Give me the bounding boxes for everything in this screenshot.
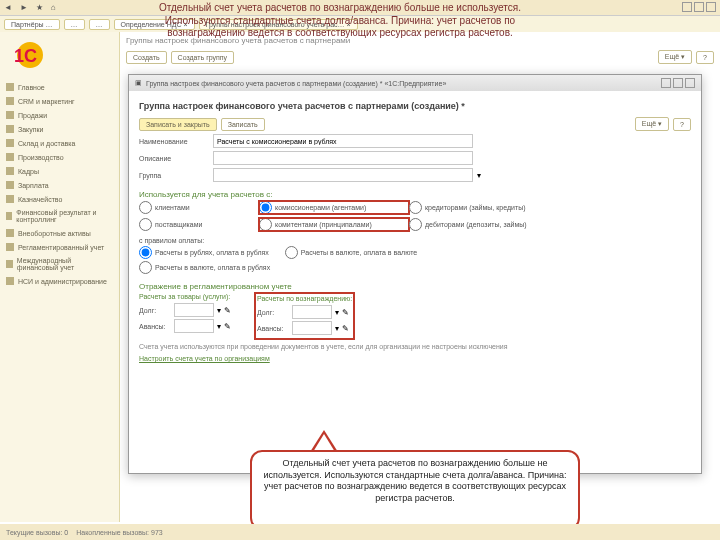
name-input[interactable]	[213, 134, 473, 148]
label-group: Группа	[139, 172, 209, 179]
fee-advance-input[interactable]	[292, 321, 332, 335]
label-desc: Описание	[139, 155, 209, 162]
opt-creditors[interactable]: кредиторами (займы, кредиты)	[409, 201, 569, 214]
star-icon[interactable]: ★	[36, 3, 43, 12]
dialog-title-text: Группа настроек финансового учета расчет…	[146, 80, 446, 87]
opt-commission[interactable]: комиссионерами (агентами)	[259, 201, 409, 214]
history-fwd-icon[interactable]: ►	[20, 3, 28, 12]
picker-icon[interactable]: ▾	[217, 306, 221, 315]
nav-crm[interactable]: CRM и маркетинг	[0, 94, 119, 108]
pay-rub-rub[interactable]: Расчеты в рублях, оплата в рублях	[139, 246, 269, 259]
picker-icon[interactable]: ▾	[335, 324, 339, 333]
nav-purchases[interactable]: Закупки	[0, 122, 119, 136]
tab-partners[interactable]: Партнёры …	[4, 19, 60, 30]
nav-sales[interactable]: Продажи	[0, 108, 119, 122]
slide-title-overlay: Отдельный счет учета расчетов по вознагр…	[130, 2, 550, 40]
dialog-window-controls[interactable]	[659, 78, 695, 89]
fee-debt-input[interactable]	[292, 305, 332, 319]
logo-1c: 1С	[6, 38, 51, 72]
accounts-fee-col: Расчеты по вознаграждению: Долг:▾✎ Аванс…	[255, 293, 354, 339]
nav-regulated[interactable]: Регламентированный учет	[0, 240, 119, 254]
col-fee-header: Расчеты по вознаграждению:	[257, 295, 352, 302]
opt-suppliers[interactable]: поставщиками	[139, 218, 259, 231]
status-bar: Текущие вызовы: 0 Накопленные вызовы: 97…	[0, 524, 720, 540]
edit-dialog: ▣ Группа настроек финансового учета расч…	[128, 74, 702, 474]
picker-icon[interactable]: ▾	[217, 322, 221, 331]
goods-advance-input[interactable]	[174, 319, 214, 333]
nav-main[interactable]: Главное	[0, 80, 119, 94]
nav-hr[interactable]: Кадры	[0, 164, 119, 178]
nav-finresult[interactable]: Финансовый результат и контроллинг	[0, 206, 119, 226]
open-icon[interactable]: ✎	[342, 324, 349, 333]
section-used-for: Используется для учета расчетов с:	[139, 190, 691, 199]
nav-ifrs[interactable]: Международный финансовый учет	[0, 254, 119, 274]
tab-2[interactable]: …	[64, 19, 85, 30]
picker-icon[interactable]: ▾	[335, 308, 339, 317]
opt-principals[interactable]: комитентами (принципалами)	[259, 218, 409, 231]
nav-admin[interactable]: НСИ и администрирование	[0, 274, 119, 288]
pay-val-rub[interactable]: Расчеты в валюте, оплата в рублях	[139, 261, 270, 274]
nav-production[interactable]: Производство	[0, 150, 119, 164]
dialog-help-button[interactable]: ?	[673, 118, 691, 131]
open-icon[interactable]: ✎	[224, 322, 231, 331]
section-reg-acct: Отражение в регламентированном учете	[139, 282, 691, 291]
accounts-goods-col: Расчеты за товары (услуги): Долг:▾✎ Аван…	[139, 293, 231, 339]
nav-fixed-assets[interactable]: Внеоборотные активы	[0, 226, 119, 240]
save-close-button[interactable]: Записать и закрыть	[139, 118, 217, 131]
pay-val-val[interactable]: Расчеты в валюте, оплата в валюте	[285, 246, 417, 259]
svg-text:1С: 1С	[14, 46, 37, 66]
tab-3[interactable]: …	[89, 19, 110, 30]
accounts-hint: Счета учета используются при проведении …	[139, 343, 691, 350]
desc-input[interactable]	[213, 151, 473, 165]
dialog-titlebar: ▣ Группа настроек финансового учета расч…	[129, 75, 701, 91]
open-icon[interactable]: ✎	[342, 308, 349, 317]
opt-debtors[interactable]: дебиторами (депозиты, займы)	[409, 218, 569, 231]
group-input[interactable]	[213, 168, 473, 182]
goods-debt-input[interactable]	[174, 303, 214, 317]
used-for-grid: клиентами комиссионерами (агентами) кред…	[139, 201, 691, 231]
content-area: Группы настроек финансового учета расчет…	[120, 32, 720, 522]
annotation-callout: Отдельный счет учета расчетов по вознагр…	[250, 450, 580, 530]
link-org-accounts[interactable]: Настроить счета учета по организациям	[139, 355, 270, 362]
label-name: Наименование	[139, 138, 209, 145]
pay-rules-label: с правилом оплаты:	[139, 237, 691, 244]
dialog-heading: Группа настроек финансового учета расчет…	[139, 101, 691, 111]
help-button[interactable]: ?	[696, 51, 714, 64]
list-toolbar: Создать Создать группу Ещё ▾ ?	[126, 47, 714, 67]
save-button[interactable]: Записать	[221, 118, 265, 131]
status-accum-calls: Накопленные вызовы: 973	[76, 529, 162, 536]
home-icon[interactable]: ⌂	[51, 3, 56, 12]
left-sidebar: 1С Главное CRM и маркетинг Продажи Закуп…	[0, 32, 120, 522]
status-current-calls: Текущие вызовы: 0	[6, 529, 68, 536]
nav-warehouse[interactable]: Склад и доставка	[0, 136, 119, 150]
open-icon[interactable]: ✎	[224, 306, 231, 315]
app-icon: ▣	[135, 79, 142, 87]
history-back-icon[interactable]: ◄	[4, 3, 12, 12]
window-controls[interactable]	[680, 2, 716, 14]
opt-clients[interactable]: клиентами	[139, 201, 259, 214]
callout-pointer	[310, 430, 338, 452]
nav-treasury[interactable]: Казначейство	[0, 192, 119, 206]
create-button[interactable]: Создать	[126, 51, 167, 64]
nav-salary[interactable]: Зарплата	[0, 178, 119, 192]
col-goods-header: Расчеты за товары (услуги):	[139, 293, 231, 300]
group-picker-icon[interactable]: ▾	[477, 171, 481, 180]
more-button[interactable]: Ещё ▾	[658, 50, 692, 64]
dialog-more-button[interactable]: Ещё ▾	[635, 117, 669, 131]
create-group-button[interactable]: Создать группу	[171, 51, 235, 64]
